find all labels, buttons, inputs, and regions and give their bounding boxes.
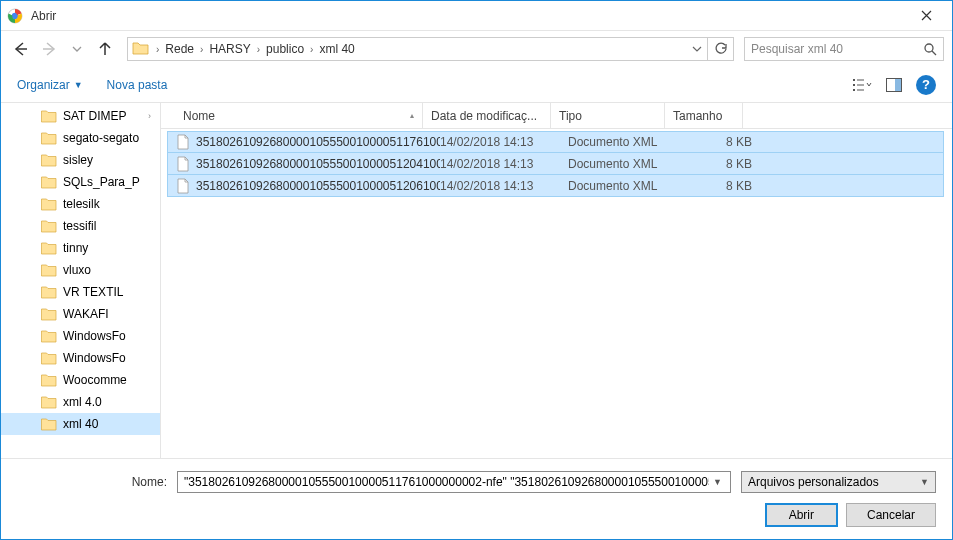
tree-item[interactable]: tinny bbox=[1, 237, 160, 259]
chevron-right-icon[interactable]: › bbox=[152, 44, 163, 55]
tree-item[interactable]: WindowsFo bbox=[1, 325, 160, 347]
filename-input[interactable] bbox=[184, 475, 709, 489]
search-icon[interactable] bbox=[923, 42, 937, 56]
file-name: 35180261092680000105550010000512061000..… bbox=[196, 179, 440, 193]
address-bar[interactable]: › Rede › HARSY › publico › xml 40 bbox=[127, 37, 734, 61]
svg-rect-3 bbox=[853, 79, 855, 81]
tree-item[interactable]: WindowsFo bbox=[1, 347, 160, 369]
open-button[interactable]: Abrir bbox=[765, 503, 838, 527]
tree-item[interactable]: vluxo bbox=[1, 259, 160, 281]
column-header-type[interactable]: Tipo bbox=[551, 103, 665, 128]
new-folder-label: Nova pasta bbox=[107, 78, 168, 92]
search-box[interactable] bbox=[744, 37, 944, 61]
tree-item-label: WAKAFI bbox=[63, 307, 109, 321]
cancel-button[interactable]: Cancelar bbox=[846, 503, 936, 527]
file-icon bbox=[176, 156, 190, 172]
titlebar: Abrir bbox=[1, 1, 952, 31]
file-list[interactable]: 35180261092680000105550010000511761000..… bbox=[161, 129, 952, 458]
folder-icon bbox=[41, 131, 57, 145]
dialog-footer: Nome: ▼ Arquivos personalizados ▼ Abrir … bbox=[1, 458, 952, 539]
refresh-button[interactable] bbox=[707, 37, 733, 61]
tree-item[interactable]: telesilk bbox=[1, 193, 160, 215]
folder-icon bbox=[41, 175, 57, 189]
close-button[interactable] bbox=[906, 1, 946, 31]
file-type: Documento XML bbox=[568, 135, 682, 149]
tree-item-label: xml 4.0 bbox=[63, 395, 102, 409]
filename-label: Nome: bbox=[17, 475, 167, 489]
chevron-right-icon[interactable]: › bbox=[196, 44, 207, 55]
folder-icon bbox=[132, 40, 150, 58]
filename-combobox[interactable]: ▼ bbox=[177, 471, 731, 493]
breadcrumb-item[interactable]: xml 40 bbox=[317, 42, 356, 56]
file-open-dialog: Abrir › Rede › HARSY › bbox=[0, 0, 953, 540]
tree-item[interactable]: segato-segato bbox=[1, 127, 160, 149]
breadcrumb-item[interactable]: HARSY bbox=[207, 42, 252, 56]
chevron-down-icon[interactable]: ▼ bbox=[709, 477, 726, 487]
back-button[interactable] bbox=[9, 37, 33, 61]
caret-down-icon: ▼ bbox=[74, 80, 83, 90]
chevron-right-icon[interactable]: › bbox=[253, 44, 264, 55]
svg-rect-4 bbox=[853, 84, 855, 86]
filetype-select[interactable]: Arquivos personalizados ▼ bbox=[741, 471, 936, 493]
tree-item-label: sisley bbox=[63, 153, 93, 167]
tree-item[interactable]: SQLs_Para_P bbox=[1, 171, 160, 193]
svg-rect-5 bbox=[853, 89, 855, 91]
chrome-icon bbox=[7, 8, 23, 24]
file-type: Documento XML bbox=[568, 157, 682, 171]
tree-item-label: telesilk bbox=[63, 197, 100, 211]
folder-tree[interactable]: SAT DIMEP›segato-segatosisleySQLs_Para_P… bbox=[1, 103, 161, 458]
navbar: › Rede › HARSY › publico › xml 40 bbox=[1, 31, 952, 67]
recent-locations-button[interactable] bbox=[65, 37, 89, 61]
file-row[interactable]: 35180261092680000105550010000512061000..… bbox=[167, 175, 944, 197]
tree-item[interactable]: tessifil bbox=[1, 215, 160, 237]
folder-icon bbox=[41, 285, 57, 299]
tree-item[interactable]: VR TEXTIL bbox=[1, 281, 160, 303]
folder-icon bbox=[41, 263, 57, 277]
up-button[interactable] bbox=[93, 37, 117, 61]
file-size: 8 KB bbox=[682, 157, 752, 171]
column-header-name[interactable]: Nome ▴ bbox=[175, 103, 423, 128]
file-row[interactable]: 35180261092680000105550010000511761000..… bbox=[167, 131, 944, 153]
new-folder-button[interactable]: Nova pasta bbox=[107, 78, 168, 92]
toolbar: Organizar ▼ Nova pasta ? bbox=[1, 67, 952, 103]
svg-rect-7 bbox=[857, 84, 864, 85]
help-button[interactable]: ? bbox=[916, 75, 936, 95]
tree-item[interactable]: Woocomme bbox=[1, 369, 160, 391]
file-icon bbox=[176, 134, 190, 150]
file-date: 14/02/2018 14:13 bbox=[440, 157, 568, 171]
organize-menu[interactable]: Organizar ▼ bbox=[17, 78, 83, 92]
chevron-right-icon[interactable]: › bbox=[306, 44, 317, 55]
breadcrumb-item[interactable]: Rede bbox=[163, 42, 196, 56]
svg-rect-6 bbox=[857, 79, 864, 80]
column-headers: Nome ▴ Data de modificaç... Tipo Tamanho bbox=[161, 103, 952, 129]
tree-item[interactable]: sisley bbox=[1, 149, 160, 171]
tree-item-label: xml 40 bbox=[63, 417, 98, 431]
address-history-button[interactable] bbox=[687, 44, 707, 54]
view-options-button[interactable] bbox=[848, 73, 876, 97]
svg-rect-10 bbox=[895, 79, 901, 91]
breadcrumb: › Rede › HARSY › publico › xml 40 bbox=[128, 40, 687, 58]
sort-indicator-icon: ▴ bbox=[410, 111, 414, 120]
folder-icon bbox=[41, 153, 57, 167]
column-header-date[interactable]: Data de modificaç... bbox=[423, 103, 551, 128]
file-size: 8 KB bbox=[682, 135, 752, 149]
tree-item[interactable]: WAKAFI bbox=[1, 303, 160, 325]
folder-icon bbox=[41, 351, 57, 365]
file-date: 14/02/2018 14:13 bbox=[440, 135, 568, 149]
file-pane: Nome ▴ Data de modificaç... Tipo Tamanho… bbox=[161, 103, 952, 458]
tree-item[interactable]: xml 4.0 bbox=[1, 391, 160, 413]
file-row[interactable]: 35180261092680000105550010000512041000..… bbox=[167, 153, 944, 175]
breadcrumb-item[interactable]: publico bbox=[264, 42, 306, 56]
tree-item-label: segato-segato bbox=[63, 131, 139, 145]
file-size: 8 KB bbox=[682, 179, 752, 193]
tree-item-label: SAT DIMEP bbox=[63, 109, 127, 123]
column-header-size[interactable]: Tamanho bbox=[665, 103, 743, 128]
search-input[interactable] bbox=[751, 42, 923, 56]
folder-icon bbox=[41, 241, 57, 255]
file-name: 35180261092680000105550010000512041000..… bbox=[196, 157, 440, 171]
tree-item[interactable]: xml 40 bbox=[1, 413, 160, 435]
preview-pane-button[interactable] bbox=[880, 73, 908, 97]
tree-item[interactable]: SAT DIMEP› bbox=[1, 105, 160, 127]
chevron-right-icon[interactable]: › bbox=[148, 111, 156, 121]
folder-icon bbox=[41, 329, 57, 343]
